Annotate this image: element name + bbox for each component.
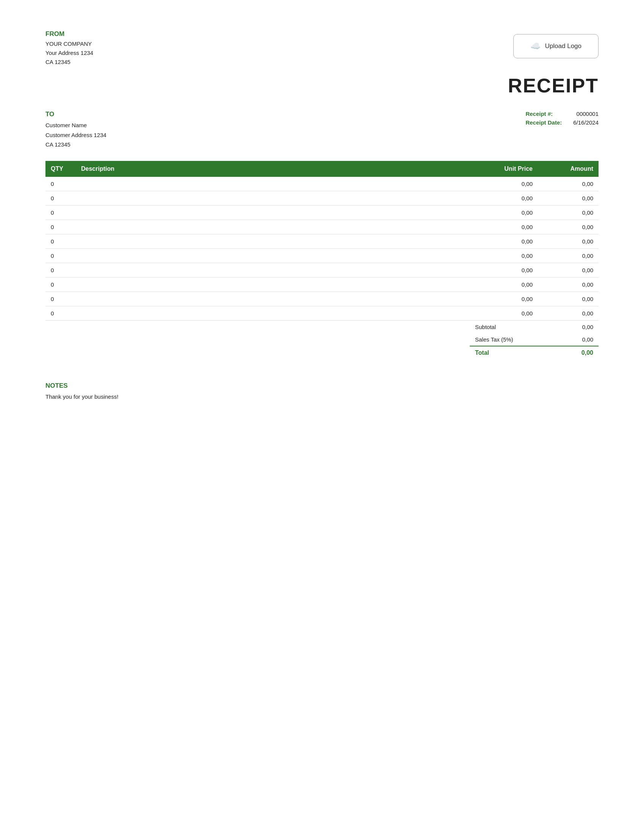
table-row: 0 0,00 0,00 xyxy=(45,248,599,263)
header-section: FROM YOUR COMPANY Your Address 1234 CA 1… xyxy=(45,30,599,67)
cell-qty: 0 xyxy=(45,291,76,306)
table-row: 0 0,00 0,00 xyxy=(45,277,599,291)
cell-qty: 0 xyxy=(45,205,76,220)
cell-description xyxy=(76,263,462,277)
cell-unit-price: 0,00 xyxy=(462,234,538,248)
cell-description xyxy=(76,191,462,205)
cell-amount: 0,00 xyxy=(538,191,599,205)
cell-qty: 0 xyxy=(45,220,76,234)
cell-qty: 0 xyxy=(45,191,76,205)
table-row: 0 0,00 0,00 xyxy=(45,205,599,220)
receipt-num-value: 0000001 xyxy=(573,111,599,117)
cell-qty: 0 xyxy=(45,177,76,191)
from-address1: Your Address 1234 xyxy=(45,48,93,58)
cell-amount: 0,00 xyxy=(538,291,599,306)
cell-unit-price: 0,00 xyxy=(462,306,538,320)
cell-description xyxy=(76,177,462,191)
receipt-title-block: RECEIPT xyxy=(45,74,599,97)
cell-description xyxy=(76,291,462,306)
tax-value: 0,00 xyxy=(558,333,599,346)
table-row: 0 0,00 0,00 xyxy=(45,191,599,205)
cell-qty: 0 xyxy=(45,277,76,291)
cell-qty: 0 xyxy=(45,234,76,248)
totals-table: Subtotal 0,00 Sales Tax (5%) 0,00 Total … xyxy=(470,321,599,359)
notes-text: Thank you for your business! xyxy=(45,393,599,400)
cell-description xyxy=(76,306,462,320)
items-table: QTY Description Unit Price Amount 0 0,00… xyxy=(45,161,599,321)
cell-unit-price: 0,00 xyxy=(462,177,538,191)
cell-amount: 0,00 xyxy=(538,306,599,320)
cell-unit-price: 0,00 xyxy=(462,205,538,220)
upload-icon: ☁️ xyxy=(530,41,541,51)
table-row: 0 0,00 0,00 xyxy=(45,291,599,306)
upload-logo-label: Upload Logo xyxy=(545,42,581,50)
table-totals-wrapper: QTY Description Unit Price Amount 0 0,00… xyxy=(45,161,599,359)
cell-unit-price: 0,00 xyxy=(462,248,538,263)
cell-qty: 0 xyxy=(45,263,76,277)
to-label: TO xyxy=(45,111,106,118)
from-label: FROM xyxy=(45,30,93,38)
receipt-num-label: Receipt #: xyxy=(525,111,562,117)
table-row: 0 0,00 0,00 xyxy=(45,234,599,248)
meta-block: Receipt #: 0000001 Receipt Date: 6/16/20… xyxy=(525,111,599,126)
cell-description xyxy=(76,205,462,220)
cell-amount: 0,00 xyxy=(538,220,599,234)
table-row: 0 0,00 0,00 xyxy=(45,177,599,191)
receipt-date-label: Receipt Date: xyxy=(525,119,562,126)
notes-label: NOTES xyxy=(45,382,599,390)
customer-name: Customer Name xyxy=(45,121,106,130)
cell-amount: 0,00 xyxy=(538,277,599,291)
upload-logo-button[interactable]: ☁️ Upload Logo xyxy=(513,34,599,58)
customer-address2: CA 12345 xyxy=(45,140,106,150)
cell-description xyxy=(76,248,462,263)
col-qty: QTY xyxy=(45,161,76,177)
notes-section: NOTES Thank you for your business! xyxy=(45,382,599,400)
totals-section: Subtotal 0,00 Sales Tax (5%) 0,00 Total … xyxy=(45,321,599,359)
cell-qty: 0 xyxy=(45,306,76,320)
cell-description xyxy=(76,220,462,234)
cell-description xyxy=(76,234,462,248)
cell-qty: 0 xyxy=(45,248,76,263)
cell-amount: 0,00 xyxy=(538,205,599,220)
cell-unit-price: 0,00 xyxy=(462,220,538,234)
cell-unit-price: 0,00 xyxy=(462,291,538,306)
cell-amount: 0,00 xyxy=(538,248,599,263)
customer-address1: Customer Address 1234 xyxy=(45,130,106,140)
cell-amount: 0,00 xyxy=(538,177,599,191)
subtotal-value: 0,00 xyxy=(558,321,599,333)
table-row: 0 0,00 0,00 xyxy=(45,263,599,277)
cell-unit-price: 0,00 xyxy=(462,191,538,205)
subtotal-label: Subtotal xyxy=(470,321,558,333)
to-meta-section: TO Customer Name Customer Address 1234 C… xyxy=(45,111,599,150)
cell-amount: 0,00 xyxy=(538,234,599,248)
receipt-date-value: 6/16/2024 xyxy=(573,119,599,126)
total-value: 0,00 xyxy=(558,346,599,359)
from-company: YOUR COMPANY xyxy=(45,39,93,48)
table-row: 0 0,00 0,00 xyxy=(45,306,599,320)
cell-unit-price: 0,00 xyxy=(462,277,538,291)
cell-amount: 0,00 xyxy=(538,263,599,277)
from-address2: CA 12345 xyxy=(45,58,93,67)
from-block: FROM YOUR COMPANY Your Address 1234 CA 1… xyxy=(45,30,93,67)
col-amount: Amount xyxy=(538,161,599,177)
col-description: Description xyxy=(76,161,462,177)
receipt-title: RECEIPT xyxy=(508,75,599,96)
total-label: Total xyxy=(470,346,558,359)
tax-label: Sales Tax (5%) xyxy=(470,333,558,346)
col-unit-price: Unit Price xyxy=(462,161,538,177)
table-row: 0 0,00 0,00 xyxy=(45,220,599,234)
cell-unit-price: 0,00 xyxy=(462,263,538,277)
cell-description xyxy=(76,277,462,291)
to-block: TO Customer Name Customer Address 1234 C… xyxy=(45,111,106,150)
